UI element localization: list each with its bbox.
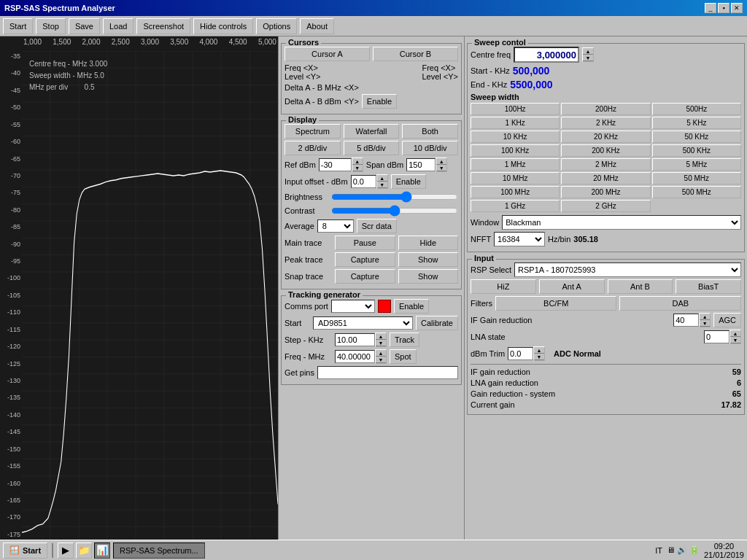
sweep-100mhz[interactable]: 100 MHz	[471, 186, 560, 198]
sweep-10khz[interactable]: 10 KHz	[471, 131, 560, 143]
10db-button[interactable]: 10 dB/div	[402, 141, 458, 155]
sweep-100hz[interactable]: 100Hz	[471, 103, 560, 115]
if-gain-up[interactable]: ▲	[700, 314, 710, 320]
load-button[interactable]: Load	[103, 18, 133, 34]
sweep-100khz[interactable]: 100 KHz	[471, 144, 560, 157]
sweep-10mhz[interactable]: 10 MHz	[471, 172, 560, 184]
sweep-5mhz[interactable]: 5 MHz	[652, 158, 741, 171]
main-trace-pause-button[interactable]: Pause	[335, 236, 395, 250]
sweep-20khz[interactable]: 20 KHz	[561, 131, 650, 143]
spectrum-button[interactable]: Spectrum	[285, 124, 341, 139]
hide-controls-button[interactable]: Hide controls	[193, 18, 253, 34]
cursor-a-button[interactable]: Cursor A	[285, 47, 370, 61]
ant-a-button[interactable]: Ant A	[539, 279, 605, 294]
ref-dbm-up[interactable]: ▲	[352, 158, 363, 165]
if-gain-input[interactable]	[673, 314, 699, 327]
ant-b-button[interactable]: Ant B	[608, 279, 673, 294]
sweep-1mhz[interactable]: 1 MHz	[471, 158, 560, 171]
cursors-enable-button[interactable]: Enable	[362, 94, 397, 109]
peak-show-button[interactable]: Show	[398, 252, 459, 267]
brightness-slider[interactable]	[331, 191, 458, 203]
bias-t-button[interactable]: BiasT	[676, 279, 741, 294]
peak-capture-button[interactable]: Capture	[335, 252, 395, 267]
lna-down[interactable]: ▼	[730, 337, 740, 343]
taskbar-icon-2[interactable]: 📁	[76, 542, 92, 559]
5db-button[interactable]: 5 dB/div	[344, 141, 400, 155]
both-button[interactable]: Both	[402, 124, 458, 139]
taskbar-icon-1[interactable]: ▶	[58, 542, 74, 559]
about-button[interactable]: About	[300, 18, 334, 34]
main-trace-hide-button[interactable]: Hide	[398, 236, 459, 250]
sweep-2khz[interactable]: 2 KHz	[561, 117, 650, 129]
step-down[interactable]: ▼	[376, 340, 386, 346]
input-offset-input[interactable]	[351, 175, 376, 188]
ref-dbm-down[interactable]: ▼	[352, 165, 363, 171]
centre-freq-up[interactable]: ▲	[583, 48, 593, 55]
dab-button[interactable]: DAB	[619, 296, 741, 311]
start-chip-select[interactable]: AD9851	[313, 316, 413, 330]
cursor-b-button[interactable]: Cursor B	[373, 47, 458, 61]
step-up[interactable]: ▲	[376, 333, 386, 340]
contrast-slider[interactable]	[331, 205, 458, 217]
window-select[interactable]: Blackman Hanning Hamming Flat Top	[502, 215, 741, 230]
close-button[interactable]: ✕	[731, 3, 743, 13]
span-dbm-down[interactable]: ▼	[436, 165, 446, 171]
centre-freq-down[interactable]: ▼	[583, 55, 593, 61]
freq-mhz-input[interactable]	[335, 350, 375, 363]
rsp-select[interactable]: RSP1A - 1807025993	[514, 262, 741, 277]
dbm-trim-down[interactable]: ▼	[534, 354, 544, 360]
snap-capture-button[interactable]: Capture	[335, 269, 395, 284]
average-select[interactable]: 8 4 16 32	[317, 219, 354, 233]
track-button[interactable]: Track	[390, 332, 419, 347]
input-offset-down[interactable]: ▼	[377, 182, 387, 188]
get-pins-input[interactable]	[317, 366, 458, 379]
sweep-50khz[interactable]: 50 KHz	[652, 131, 741, 143]
step-khz-input[interactable]	[335, 333, 375, 346]
snap-show-button[interactable]: Show	[398, 269, 459, 284]
sweep-500mhz[interactable]: 500 MHz	[652, 186, 741, 198]
options-button[interactable]: Options	[256, 18, 297, 34]
waterfall-button[interactable]: Waterfall	[344, 124, 400, 139]
save-button[interactable]: Save	[69, 18, 100, 34]
sweep-200khz[interactable]: 200 KHz	[561, 144, 650, 157]
start-button[interactable]: Start	[3, 18, 33, 34]
span-dbm-input[interactable]	[406, 158, 436, 171]
calibrate-button[interactable]: Calibrate	[416, 316, 458, 330]
sweep-1ghz[interactable]: 1 GHz	[471, 200, 560, 212]
freq-down[interactable]: ▼	[376, 357, 386, 363]
if-gain-down[interactable]: ▼	[700, 320, 710, 327]
lna-input[interactable]	[704, 330, 729, 343]
agc-button[interactable]: AGC	[713, 313, 741, 327]
taskbar-icon-3[interactable]: 📊	[94, 542, 110, 559]
sweep-20mhz[interactable]: 20 MHz	[561, 172, 650, 184]
sweep-200hz[interactable]: 200Hz	[561, 103, 650, 115]
tracking-enable-button[interactable]: Enable	[394, 299, 429, 314]
minimize-button[interactable]: _	[705, 3, 716, 13]
input-offset-up[interactable]: ▲	[377, 175, 387, 182]
sweep-2ghz[interactable]: 2 GHz	[561, 200, 650, 212]
screenshot-button[interactable]: Screenshot	[136, 18, 190, 34]
scr-data-button[interactable]: Scr data	[357, 219, 397, 233]
sweep-50mhz[interactable]: 50 MHz	[652, 172, 741, 184]
taskbar-start-button[interactable]: 🪟 Start	[3, 542, 47, 559]
hiz-button[interactable]: HiZ	[471, 279, 536, 294]
nfft-select[interactable]: 16384 8192 4096 2048	[494, 232, 545, 246]
sweep-500khz[interactable]: 500 KHz	[652, 144, 741, 157]
taskbar-app[interactable]: RSP-SAS Spectrum...	[113, 542, 205, 559]
sweep-1khz[interactable]: 1 KHz	[471, 117, 560, 129]
stop-button[interactable]: Stop	[36, 18, 66, 34]
ref-dbm-input[interactable]	[319, 158, 352, 171]
2db-button[interactable]: 2 dB/div	[285, 141, 341, 155]
spot-button[interactable]: Spot	[390, 349, 417, 364]
bc-fm-button[interactable]: BC/FM	[495, 296, 617, 311]
offset-enable-button[interactable]: Enable	[391, 174, 426, 189]
dbm-trim-input[interactable]	[508, 347, 533, 360]
centre-freq-input[interactable]	[514, 47, 579, 63]
comms-port-select[interactable]	[331, 300, 375, 313]
span-dbm-up[interactable]: ▲	[436, 158, 446, 165]
lna-up[interactable]: ▲	[730, 330, 740, 337]
sweep-2mhz[interactable]: 2 MHz	[561, 158, 650, 171]
restore-button[interactable]: ▪	[718, 3, 729, 13]
dbm-trim-up[interactable]: ▲	[534, 347, 544, 354]
freq-up[interactable]: ▲	[376, 350, 386, 357]
